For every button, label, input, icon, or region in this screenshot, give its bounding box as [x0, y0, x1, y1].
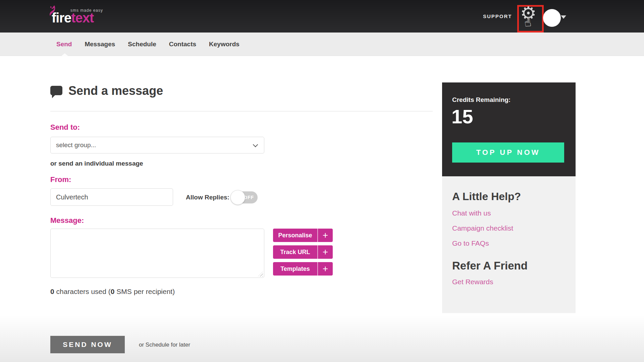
from-label: From: — [50, 175, 71, 184]
nav-item-keywords[interactable]: Keywords — [209, 41, 239, 48]
message-label: Message: — [50, 216, 84, 225]
nav-item-messages[interactable]: Messages — [85, 41, 115, 48]
credits-remaining-value: 15 — [451, 105, 473, 128]
go-to-faqs-link[interactable]: Go to FAQs — [452, 239, 489, 247]
chars-used-text: characters used ( — [54, 288, 111, 295]
group-select[interactable]: select group... — [50, 137, 264, 154]
plus-icon[interactable]: + — [318, 262, 333, 276]
firetext-logo[interactable]: sms made easy firetext — [49, 3, 116, 29]
plus-icon[interactable]: + — [318, 229, 333, 242]
credits-panel: Credits Remaining: 15 TOP UP NOW — [442, 82, 576, 176]
templates-label: Templates — [273, 262, 317, 276]
personalise-button[interactable]: Personalise + — [273, 229, 333, 242]
message-textarea[interactable] — [50, 229, 264, 278]
active-tab-notch — [61, 53, 68, 56]
avatar[interactable] — [543, 9, 561, 27]
campaign-checklist-link[interactable]: Campaign checklist — [452, 224, 513, 232]
toggle-knob — [230, 190, 245, 205]
credits-remaining-label: Credits Remaining: — [452, 96, 511, 104]
main-nav: Send Messages Schedule Contacts Keywords — [0, 33, 644, 56]
individual-message-link[interactable]: or send an individual message — [50, 160, 143, 167]
plus-icon[interactable]: + — [318, 245, 333, 259]
allow-replies-label: Allow Replies: — [186, 194, 229, 201]
chat-with-us-link[interactable]: Chat with us — [452, 209, 491, 217]
sms-count-text: SMS per recipient) — [114, 288, 175, 295]
nav-item-contacts[interactable]: Contacts — [169, 41, 196, 48]
logo-wordmark: firetext — [52, 11, 94, 24]
personalise-label: Personalise — [273, 229, 317, 242]
character-count: 0 characters used (0 SMS per recipient) — [50, 288, 175, 296]
send-to-label: Send to: — [50, 123, 80, 132]
sms-count-value: 0 — [111, 288, 115, 295]
allow-replies-toggle[interactable]: OFF — [231, 191, 258, 203]
top-bar: sms made easy firetext SUPPORT ⚙ ☝ — [0, 0, 644, 33]
track-url-label: Track URL — [273, 245, 317, 259]
templates-button[interactable]: Templates + — [273, 262, 333, 276]
schedule-later-link[interactable]: or Schedule for later — [139, 342, 190, 348]
chevron-down-icon — [253, 142, 258, 147]
logo-fire: fire — [52, 10, 71, 25]
chars-used-value: 0 — [50, 288, 54, 295]
page-title: Send a message — [68, 84, 163, 98]
divider — [50, 111, 433, 112]
nav-item-send[interactable]: Send — [56, 41, 72, 48]
logo-text: text — [71, 10, 94, 25]
speech-bubble-icon — [50, 86, 62, 95]
group-select-value: select group... — [56, 137, 96, 153]
nav-item-schedule[interactable]: Schedule — [128, 41, 156, 48]
chevron-down-icon[interactable] — [561, 15, 566, 19]
help-title: A Little Help? — [452, 190, 521, 203]
send-now-button[interactable]: SEND NOW — [50, 336, 125, 353]
refer-a-friend-title: Refer A Friend — [452, 259, 528, 272]
from-input[interactable] — [50, 188, 173, 206]
get-rewards-link[interactable]: Get Rewards — [452, 278, 493, 286]
nav-items: Send Messages Schedule Contacts Keywords — [56, 33, 239, 56]
support-link[interactable]: SUPPORT — [483, 13, 512, 19]
track-url-button[interactable]: Track URL + — [273, 245, 333, 259]
firetext-app: sms made easy firetext SUPPORT ⚙ ☝ Send … — [0, 0, 644, 362]
help-panel: A Little Help? Chat with us Campaign che… — [442, 176, 576, 313]
top-up-now-button[interactable]: TOP UP NOW — [452, 142, 564, 163]
